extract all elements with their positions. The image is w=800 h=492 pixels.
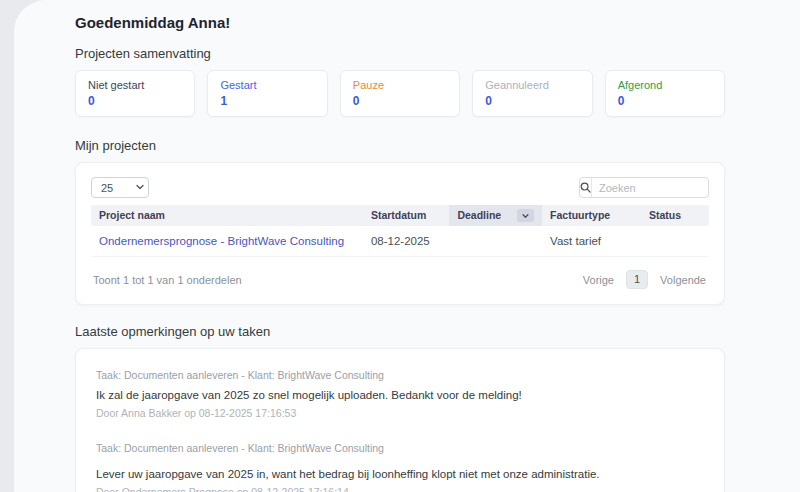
- card-value: 0: [88, 94, 182, 108]
- comment-author-timestamp: Door Anna Bakker op 08-12-2025 17:16:53: [96, 407, 704, 420]
- card-value: 0: [353, 94, 447, 108]
- pagination-page-1[interactable]: 1: [626, 270, 648, 289]
- comment-task-meta: Taak: Documenten aanleveren - Klant: Bri…: [96, 369, 704, 382]
- table-controls: 25: [91, 177, 709, 198]
- card-label: Gestart: [220, 78, 314, 92]
- summary-card-afgerond: Afgerond 0: [605, 70, 725, 117]
- summary-section-title: Projecten samenvatting: [75, 46, 725, 61]
- comments-card: Taak: Documenten aanleveren - Klant: Bri…: [75, 348, 725, 492]
- cell-status: [641, 226, 709, 256]
- card-label: Niet gestart: [88, 78, 182, 92]
- search-group: [579, 177, 709, 198]
- summary-card-pauze: Pauze 0: [340, 70, 460, 117]
- chevron-down-icon: [522, 212, 529, 220]
- table-header-row: Project naam Startdatum Deadline Factuur…: [91, 205, 709, 226]
- main-content-panel: Goedenmiddag Anna! Projecten samenvattin…: [14, 0, 800, 492]
- search-icon: [580, 178, 592, 197]
- summary-cards-row: Niet gestart 0 Gestart 1 Pauze 0 Geannul…: [75, 70, 725, 117]
- page-size-select[interactable]: 25: [91, 177, 149, 198]
- pagination: Vorige 1 Volgende: [583, 270, 709, 289]
- card-value: 1: [220, 94, 314, 108]
- cell-deadline: [449, 226, 542, 256]
- results-count-text: Toont 1 tot 1 van 1 onderdelen: [91, 274, 242, 286]
- comment-item: Taak: Documenten aanleveren - Klant: Bri…: [96, 369, 704, 420]
- comments-section-title: Laatste opmerkingen op uw taken: [75, 324, 725, 339]
- summary-card-niet-gestart: Niet gestart 0: [75, 70, 195, 117]
- comment-body: Ik zal de jaaropgave van 2025 zo snel mo…: [96, 388, 704, 402]
- project-link[interactable]: Ondernemersprognose - BrightWave Consult…: [99, 235, 344, 247]
- card-value: 0: [485, 94, 579, 108]
- card-label: Afgerond: [618, 78, 712, 92]
- cell-project-naam: Ondernemersprognose - BrightWave Consult…: [91, 226, 363, 256]
- cell-startdatum: 08-12-2025: [363, 226, 450, 256]
- card-label: Geannuleerd: [485, 78, 579, 92]
- greeting-heading: Goedenmiddag Anna!: [75, 14, 725, 32]
- column-header-startdatum[interactable]: Startdatum: [363, 205, 450, 226]
- column-header-factuurtype[interactable]: Factuurtype: [542, 205, 641, 226]
- page-size-select-wrap: 25: [91, 177, 149, 198]
- projects-table-card: 25 Project naam Startdatum: [75, 162, 725, 305]
- comment-task-meta: Taak: Documenten aanleveren - Klant: Bri…: [96, 442, 704, 455]
- card-label: Pauze: [353, 78, 447, 92]
- comment-item: Taak: Documenten aanleveren - Klant: Bri…: [96, 442, 704, 492]
- column-header-deadline[interactable]: Deadline: [449, 205, 542, 226]
- column-header-deadline-label: Deadline: [457, 210, 501, 221]
- card-value: 0: [618, 94, 712, 108]
- pagination-previous[interactable]: Vorige: [583, 274, 614, 286]
- summary-card-gestart: Gestart 1: [207, 70, 327, 117]
- projects-table: Project naam Startdatum Deadline Factuur…: [91, 205, 709, 257]
- search-input[interactable]: [592, 178, 709, 197]
- deadline-sort-dropdown-button[interactable]: [517, 209, 534, 222]
- table-row: Ondernemersprognose - BrightWave Consult…: [91, 226, 709, 257]
- comment-author-timestamp: Door Ondernemers Prognose op 08-12-2025 …: [96, 486, 704, 492]
- column-header-project-naam[interactable]: Project naam: [91, 205, 363, 226]
- table-footer: Toont 1 tot 1 van 1 onderdelen Vorige 1 …: [91, 257, 709, 304]
- comment-body: Lever uw jaaropgave van 2025 in, want he…: [96, 467, 704, 481]
- column-header-status[interactable]: Status: [641, 205, 709, 226]
- summary-card-geannuleerd: Geannuleerd 0: [472, 70, 592, 117]
- cell-factuurtype: Vast tarief: [542, 226, 641, 256]
- projects-section-title: Mijn projecten: [75, 138, 725, 153]
- pagination-next[interactable]: Volgende: [660, 274, 706, 286]
